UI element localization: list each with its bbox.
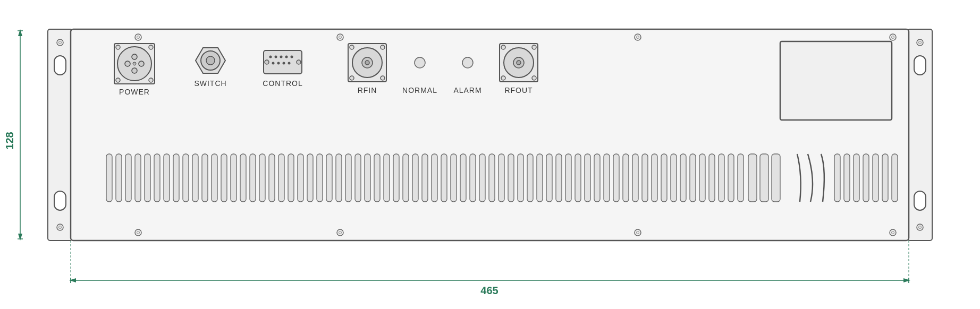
svg-point-75 [352, 48, 382, 78]
svg-rect-100 [135, 154, 141, 202]
svg-rect-167 [834, 154, 840, 202]
svg-text:RFOUT: RFOUT [504, 86, 533, 95]
svg-point-35 [890, 34, 896, 40]
svg-point-91 [501, 45, 505, 49]
svg-point-70 [288, 62, 291, 65]
svg-rect-98 [116, 154, 122, 202]
svg-point-81 [381, 76, 385, 80]
svg-rect-156 [671, 154, 677, 202]
svg-rect-147 [585, 154, 590, 202]
svg-rect-162 [728, 154, 734, 202]
svg-point-44 [892, 231, 894, 234]
svg-rect-159 [699, 154, 705, 202]
svg-rect-144 [556, 154, 562, 202]
svg-rect-142 [537, 154, 543, 202]
svg-rect-139 [508, 154, 514, 202]
svg-rect-122 [345, 154, 351, 202]
svg-text:465: 465 [480, 285, 498, 296]
svg-rect-61 [264, 50, 302, 74]
svg-rect-168 [844, 154, 850, 202]
svg-point-48 [139, 61, 144, 66]
svg-marker-7 [69, 278, 76, 282]
svg-rect-141 [527, 154, 533, 202]
svg-text:NORMAL: NORMAL [402, 86, 437, 95]
svg-point-58 [201, 51, 220, 70]
svg-point-68 [277, 62, 280, 65]
svg-rect-102 [154, 154, 160, 202]
svg-point-71 [265, 60, 269, 64]
svg-point-46 [117, 47, 151, 81]
svg-point-85 [462, 57, 473, 68]
svg-text:POWER: POWER [119, 88, 150, 96]
svg-point-63 [275, 56, 277, 58]
svg-rect-115 [278, 154, 284, 202]
svg-rect-105 [183, 154, 189, 202]
svg-point-31 [337, 34, 343, 40]
svg-point-76 [362, 57, 373, 68]
svg-point-25 [919, 41, 922, 44]
svg-rect-121 [336, 154, 342, 202]
svg-rect-104 [173, 154, 179, 202]
svg-rect-110 [231, 154, 236, 202]
svg-rect-120 [326, 154, 332, 202]
svg-rect-99 [125, 154, 131, 202]
svg-rect-173 [892, 154, 898, 202]
svg-point-78 [350, 45, 354, 49]
svg-point-55 [149, 78, 153, 82]
svg-point-17 [57, 39, 63, 46]
svg-point-27 [919, 226, 922, 229]
svg-text:CONTROL: CONTROL [263, 79, 302, 88]
svg-rect-107 [202, 154, 208, 202]
svg-point-69 [283, 62, 285, 65]
svg-rect-23 [914, 191, 926, 210]
svg-point-79 [381, 45, 385, 49]
svg-point-39 [337, 229, 343, 236]
svg-rect-97 [106, 154, 112, 202]
svg-point-18 [59, 41, 62, 44]
svg-point-59 [206, 56, 215, 65]
svg-rect-129 [412, 154, 418, 202]
technical-drawing: 128 465 [0, 0, 980, 309]
svg-rect-21 [908, 29, 932, 241]
svg-rect-131 [432, 154, 437, 202]
svg-rect-152 [632, 154, 638, 202]
svg-marker-1 [18, 29, 22, 36]
svg-point-54 [116, 78, 120, 82]
svg-rect-101 [145, 154, 150, 202]
svg-rect-119 [317, 154, 323, 202]
svg-rect-149 [604, 154, 610, 202]
svg-rect-117 [298, 154, 303, 202]
svg-rect-150 [613, 154, 619, 202]
svg-rect-96 [780, 41, 892, 120]
svg-rect-172 [882, 154, 888, 202]
svg-rect-103 [164, 154, 170, 202]
svg-rect-135 [470, 154, 476, 202]
svg-rect-15 [54, 56, 66, 75]
svg-rect-125 [374, 154, 380, 202]
svg-rect-140 [518, 154, 523, 202]
svg-rect-109 [221, 154, 227, 202]
svg-text:SWITCH: SWITCH [194, 79, 226, 88]
svg-rect-112 [250, 154, 256, 202]
svg-rect-158 [690, 154, 696, 202]
svg-rect-128 [403, 154, 409, 202]
svg-point-47 [132, 54, 137, 59]
svg-point-36 [892, 36, 894, 39]
svg-rect-160 [709, 154, 715, 202]
svg-point-65 [285, 56, 288, 58]
svg-point-38 [137, 231, 140, 234]
svg-point-29 [135, 34, 141, 40]
svg-text:ALARM: ALARM [453, 86, 481, 95]
svg-rect-171 [873, 154, 878, 202]
svg-point-51 [133, 62, 136, 65]
svg-point-62 [269, 56, 272, 58]
svg-rect-164 [748, 154, 757, 202]
svg-point-53 [149, 45, 153, 49]
svg-point-26 [917, 224, 923, 230]
svg-point-41 [635, 229, 641, 236]
svg-rect-163 [738, 154, 744, 202]
svg-rect-127 [393, 154, 399, 202]
svg-point-43 [890, 229, 896, 236]
svg-rect-126 [384, 154, 390, 202]
svg-rect-136 [479, 154, 485, 202]
